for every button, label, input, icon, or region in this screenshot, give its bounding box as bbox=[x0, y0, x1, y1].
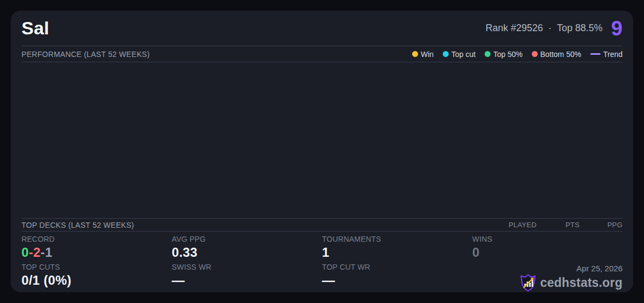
top-decks-header: TOP DECKS (LAST 52 WEEKS) PLAYED PTS PPG bbox=[21, 218, 623, 232]
snapshot-date: Apr 25, 2026 bbox=[576, 264, 623, 273]
legend-label: Top 50% bbox=[493, 50, 522, 59]
rank-text: Rank #29526 bbox=[486, 23, 543, 34]
legend-item-win[interactable]: Win bbox=[412, 50, 434, 59]
performance-header: PERFORMANCE (LAST 52 WEEKS) Win Top cut … bbox=[21, 46, 623, 62]
legend-label: Trend bbox=[603, 50, 623, 59]
header-right: Rank #29526 · Top 88.5% 9 bbox=[486, 18, 623, 39]
stat-value: 0/1 (0%) bbox=[21, 273, 172, 288]
record-wins: 0 bbox=[21, 245, 29, 259]
column-header-pts: PTS bbox=[537, 221, 580, 229]
top-decks-columns: PLAYED PTS PPG bbox=[494, 221, 623, 229]
footer-cell: Apr 25, 2026 cedhstats.org bbox=[472, 263, 623, 295]
cedhstats-logo-icon bbox=[520, 274, 536, 292]
performance-title: PERFORMANCE (LAST 52 WEEKS) bbox=[21, 50, 150, 59]
stat-value: 0.33 bbox=[172, 245, 322, 260]
stat-value: — bbox=[172, 273, 322, 288]
top-decks-title: TOP DECKS (LAST 52 WEEKS) bbox=[21, 221, 134, 229]
top-cut-dot-icon bbox=[443, 51, 449, 57]
stat-label: TOP CUT WR bbox=[322, 263, 472, 271]
stat-value: 1 bbox=[322, 245, 472, 260]
record-draws: -1 bbox=[41, 245, 53, 259]
stat-label: AVG PPG bbox=[172, 235, 322, 243]
stat-label: WINS bbox=[472, 235, 623, 243]
legend-label: Top cut bbox=[451, 50, 475, 59]
stat-label: TOURNAMENTS bbox=[322, 235, 472, 243]
player-name: Sal bbox=[21, 18, 49, 39]
legend-item-top50[interactable]: Top 50% bbox=[485, 50, 522, 59]
legend-label: Bottom 50% bbox=[540, 50, 581, 59]
legend-item-top-cut[interactable]: Top cut bbox=[443, 50, 475, 59]
record-value: 0-2-1 bbox=[21, 245, 172, 260]
legend-item-bottom50[interactable]: Bottom 50% bbox=[532, 50, 581, 59]
stat-label: TOP CUTS bbox=[21, 263, 172, 271]
card-header: Sal Rank #29526 · Top 88.5% 9 bbox=[21, 11, 623, 46]
stat-tournaments: TOURNAMENTS 1 bbox=[322, 235, 472, 263]
stat-top-cuts: TOP CUTS 0/1 (0%) bbox=[21, 263, 172, 295]
column-header-ppg: PPG bbox=[580, 221, 623, 229]
stat-top-cut-wr: TOP CUT WR — bbox=[322, 263, 472, 295]
win-dot-icon bbox=[412, 51, 418, 57]
bottom50-dot-icon bbox=[532, 51, 538, 57]
stat-label: SWISS WR bbox=[172, 263, 322, 271]
player-stats-card: Sal Rank #29526 · Top 88.5% 9 PERFORMANC… bbox=[11, 11, 633, 292]
stat-avg-ppg: AVG PPG 0.33 bbox=[172, 235, 322, 263]
stat-value: 0 bbox=[472, 245, 623, 260]
legend-item-trend[interactable]: Trend bbox=[590, 50, 623, 59]
performance-chart-area bbox=[21, 62, 623, 218]
column-header-played: PLAYED bbox=[494, 221, 537, 229]
stats-grid: RECORD 0-2-1 AVG PPG 0.33 TOURNAMENTS 1 … bbox=[21, 232, 623, 292]
chart-legend: Win Top cut Top 50% Bottom 50% Trend bbox=[412, 50, 623, 59]
stat-wins: WINS 0 bbox=[472, 235, 623, 263]
legend-label: Win bbox=[421, 50, 434, 59]
brand-text: cedhstats.org bbox=[540, 276, 623, 290]
top-percent-text: Top 88.5% bbox=[557, 23, 603, 34]
score-badge: 9 bbox=[611, 18, 623, 39]
record-losses: -2 bbox=[29, 245, 41, 259]
stat-swiss-wr: SWISS WR — bbox=[172, 263, 322, 295]
rank-separator: · bbox=[548, 23, 552, 34]
stat-record: RECORD 0-2-1 bbox=[21, 235, 172, 263]
stat-value: — bbox=[322, 273, 472, 288]
brand-link[interactable]: cedhstats.org bbox=[520, 274, 623, 292]
rank-line: Rank #29526 · Top 88.5% bbox=[486, 23, 603, 34]
stat-label: RECORD bbox=[21, 235, 172, 243]
trend-line-icon bbox=[590, 53, 601, 55]
top50-dot-icon bbox=[485, 51, 491, 57]
